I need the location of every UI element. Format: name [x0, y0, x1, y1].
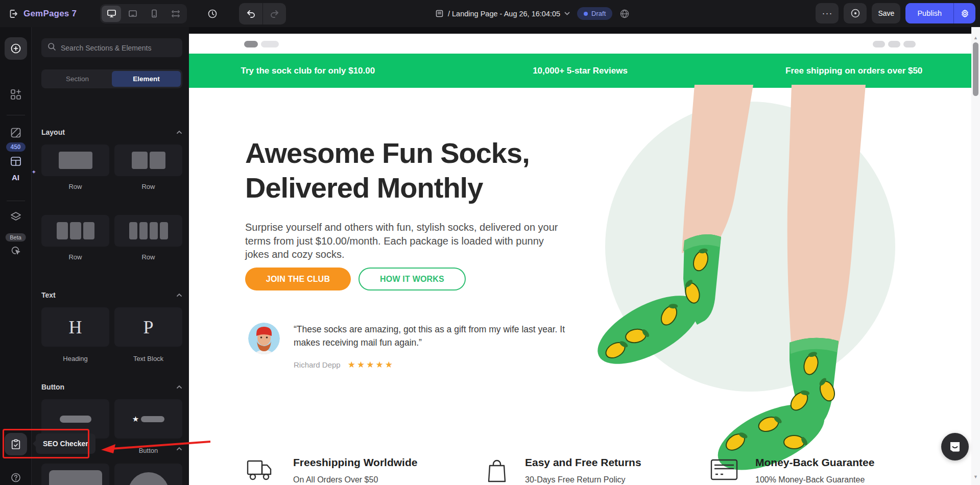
publish-split-button: Publish	[905, 3, 975, 23]
device-tablet-icon[interactable]	[123, 6, 142, 22]
element-image[interactable]	[41, 464, 109, 485]
announcement-bar[interactable]: Try the sock club for only $10.00 10,000…	[189, 54, 971, 88]
image-preview-icon	[49, 470, 102, 485]
announcement-text[interactable]: Free shipping on orders over $50	[785, 66, 922, 76]
redo-icon[interactable]	[262, 3, 286, 25]
feature-title: Freeshipping Worldwide	[293, 456, 417, 469]
how-it-works-button[interactable]: HOW IT WORKS	[358, 268, 466, 290]
tab-element[interactable]: Element	[112, 71, 181, 87]
testimonial-quote[interactable]: “These socks are amazing, got this as a …	[294, 323, 580, 350]
templates-count-badge: 450	[6, 142, 25, 152]
element-heading[interactable]: H	[41, 307, 109, 347]
templates-box-icon[interactable]	[10, 156, 22, 167]
interactions-click-icon[interactable]	[10, 245, 21, 256]
join-club-button[interactable]: JOIN THE CLUB	[245, 268, 351, 290]
scroll-down-arrow[interactable]: ▼	[971, 472, 980, 481]
feature-title: Easy and Free Returns	[525, 456, 641, 469]
globe-icon[interactable]	[619, 9, 630, 19]
left-icon-rail: 450 AI✦ Beta	[0, 27, 32, 485]
chevron-up-icon	[176, 385, 182, 389]
credit-card-icon	[710, 459, 738, 482]
chat-launcher-icon[interactable]	[941, 433, 969, 460]
announcement-text[interactable]: 10,000+ 5-star Reviews	[533, 66, 628, 76]
chevron-up-icon	[176, 293, 182, 297]
element-row-4col[interactable]	[114, 215, 182, 247]
seo-checker-tooltip: SEO Checker	[36, 433, 95, 454]
page-title: / Landing Page - Aug 26, 16:04:05	[448, 10, 560, 18]
scroll-up-arrow[interactable]: ▲	[971, 33, 980, 42]
feature-shipping[interactable]: Freeshipping Worldwide On All Orders Ove…	[247, 456, 417, 484]
element-button-plain[interactable]	[41, 399, 109, 439]
reviewer-avatar[interactable]	[248, 323, 280, 354]
element-label: Row	[114, 253, 182, 261]
app-logo: GemPages 7	[23, 9, 77, 19]
group-header-layout[interactable]: Layout	[41, 128, 182, 136]
announcement-text[interactable]: Try the sock club for only $10.00	[241, 66, 375, 76]
theme-styles-icon[interactable]	[10, 127, 22, 139]
group-header-text[interactable]: Text	[41, 291, 182, 299]
hero-heading[interactable]: Awesome Fun Socks, Delivered Monthly	[245, 136, 530, 206]
draft-label: Draft	[591, 10, 606, 17]
feature-guarantee[interactable]: Money-Back Guarantee 100% Money-Back Gua…	[710, 456, 874, 484]
preview-icon[interactable]	[844, 3, 867, 23]
chevron-up-icon	[176, 447, 182, 451]
rail-divider	[7, 115, 25, 115]
element-row-3col[interactable]	[41, 215, 109, 247]
device-desktop-icon[interactable]	[102, 6, 121, 22]
undo-icon[interactable]	[239, 3, 262, 25]
shopping-bag-icon	[487, 459, 507, 485]
device-mobile-icon[interactable]	[145, 6, 164, 22]
page-title-dropdown[interactable]: / Landing Page - Aug 26, 16:04:05	[435, 9, 570, 18]
feature-subtitle: 30-Days Free Return Policy	[525, 475, 641, 484]
top-bar: GemPages 7	[0, 0, 980, 27]
rail-divider	[7, 201, 25, 201]
page-doc-icon	[435, 9, 444, 18]
element-text-block[interactable]: P	[114, 307, 182, 347]
truck-icon	[247, 459, 273, 483]
publish-settings-gear-icon[interactable]	[953, 3, 975, 23]
layers-icon[interactable]	[10, 211, 22, 223]
search-input[interactable]	[61, 44, 176, 52]
more-options-button[interactable]: ···	[816, 3, 839, 23]
feature-returns[interactable]: Easy and Free Returns 30-Days Free Retur…	[487, 456, 641, 484]
exit-editor-icon[interactable]	[8, 9, 18, 19]
save-button[interactable]: Save	[872, 3, 900, 23]
skeleton-pill	[244, 41, 258, 47]
scrollbar-thumb[interactable]	[973, 42, 978, 96]
status-badge: Draft	[577, 7, 612, 20]
star-rating: ★★★★★	[348, 359, 394, 370]
media-preview-icon	[122, 470, 175, 485]
element-row-2col[interactable]	[114, 144, 182, 176]
ai-assistant-icon[interactable]: AI✦	[0, 173, 31, 182]
page-scrollbar: ▲ ▼	[971, 27, 980, 485]
history-icon[interactable]	[203, 5, 222, 23]
publish-button[interactable]: Publish	[905, 3, 953, 23]
help-icon[interactable]	[10, 472, 21, 483]
element-media-circle[interactable]	[114, 464, 182, 485]
tab-section[interactable]: Section	[43, 71, 112, 87]
sparkle-icon: ✦	[32, 169, 36, 175]
sections-library-icon[interactable]	[10, 88, 22, 101]
hero-image[interactable]	[567, 85, 965, 485]
element-button-star[interactable]: ★	[114, 399, 182, 439]
skeleton-pill	[873, 41, 885, 47]
chevron-up-icon	[176, 130, 182, 134]
element-label: Text Block	[114, 355, 182, 362]
feature-subtitle: 100% Money-Back Guarantee	[755, 475, 874, 484]
skeleton-pill	[261, 41, 279, 47]
element-label: Heading	[41, 355, 109, 362]
undo-redo-group	[239, 3, 286, 25]
group-header-button[interactable]: Button	[41, 383, 182, 391]
testimonial-meta[interactable]: Richard Depp ★★★★★	[294, 359, 394, 370]
draft-dot	[584, 12, 588, 16]
device-responsive-icon[interactable]	[166, 6, 185, 22]
add-element-icon[interactable]	[5, 37, 27, 60]
seo-checker-icon[interactable]	[5, 433, 27, 455]
element-row-1col[interactable]	[41, 144, 109, 176]
skeleton-pill	[903, 41, 916, 47]
feature-subtitle: On All Orders Over $50	[293, 475, 417, 484]
search-sections-box[interactable]	[41, 38, 182, 57]
search-icon	[47, 42, 56, 53]
hero-paragraph[interactable]: Surprise yourself and others with fun, s…	[245, 221, 566, 261]
reviewer-name: Richard Depp	[294, 360, 341, 369]
